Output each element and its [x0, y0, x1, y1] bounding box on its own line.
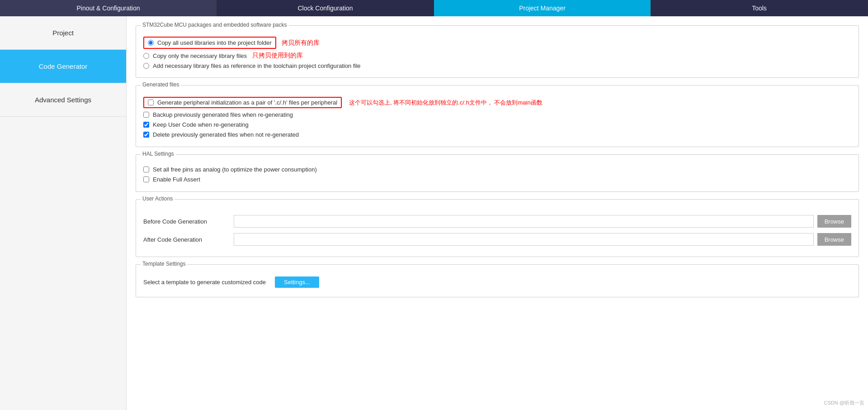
- top-navigation: Pinout & Configuration Clock Configurati…: [0, 0, 868, 16]
- tab-clock[interactable]: Clock Configuration: [217, 0, 434, 16]
- hal-settings-section: HAL Settings Set all free pins as analog…: [136, 154, 859, 192]
- radio-copy-all-label: Copy all used libraries into the project…: [157, 39, 272, 46]
- generated-files-section: Generated files Generate peripheral init…: [136, 85, 859, 147]
- check-full-assert-input[interactable]: [143, 176, 149, 182]
- check-generate-peripheral[interactable]: Generate peripheral initialization as a …: [143, 97, 851, 108]
- before-browse-button[interactable]: Browse: [817, 215, 851, 228]
- tab-tools[interactable]: Tools: [651, 0, 868, 16]
- radio-add-reference[interactable]: Add necessary library files as reference…: [143, 62, 851, 69]
- before-code-input[interactable]: [234, 215, 814, 228]
- sidebar-item-project[interactable]: Project: [0, 16, 126, 50]
- template-row: Select a template to generate customized…: [143, 277, 851, 288]
- sidebar-item-advanced-settings[interactable]: Advanced Settings: [0, 83, 126, 117]
- check-keep-user-code-input[interactable]: [143, 122, 149, 128]
- before-code-label: Before Code Generation: [143, 218, 234, 225]
- check-generate-peripheral-label: Generate peripheral initialization as a …: [157, 99, 337, 106]
- radio-add-reference-label: Add necessary library files as reference…: [153, 62, 361, 69]
- user-actions-title: User Actions: [141, 195, 175, 202]
- after-code-input[interactable]: [234, 233, 814, 246]
- generated-files-title: Generated files: [141, 81, 181, 88]
- radio-copy-all-input[interactable]: [148, 40, 154, 46]
- content-area: STM32Cube MCU packages and embedded soft…: [127, 16, 868, 410]
- radio-add-reference-input[interactable]: [143, 63, 149, 69]
- hal-settings-title: HAL Settings: [141, 151, 176, 157]
- check-full-assert-label: Enable Full Assert: [153, 176, 200, 183]
- template-label: Select a template to generate customized…: [143, 279, 266, 286]
- check-delete-previous[interactable]: Delete previously generated files when n…: [143, 131, 851, 138]
- check-keep-user-code-label: Keep User Code when re-generating: [153, 121, 249, 128]
- check-delete-previous-input[interactable]: [143, 132, 149, 138]
- stm32cube-section: STM32Cube MCU packages and embedded soft…: [136, 25, 859, 78]
- check-analog-pins[interactable]: Set all free pins as analog (to optimize…: [143, 166, 851, 173]
- check-backup-label: Backup previously generated files when r…: [153, 111, 293, 118]
- tab-pinout[interactable]: Pinout & Configuration: [0, 0, 217, 16]
- radio-copy-necessary-label: Copy only the necessary library files: [153, 52, 247, 59]
- template-settings-section: Template Settings Select a template to g…: [136, 264, 859, 297]
- check-backup[interactable]: Backup previously generated files when r…: [143, 111, 851, 118]
- radio-copy-necessary[interactable]: Copy only the necessary library files 只拷…: [143, 52, 851, 60]
- main-layout: Project Code Generator Advanced Settings…: [0, 16, 868, 410]
- before-code-generation-row: Before Code Generation Browse: [143, 215, 851, 228]
- check-analog-pins-label: Set all free pins as analog (to optimize…: [153, 166, 317, 173]
- check-full-assert[interactable]: Enable Full Assert: [143, 176, 851, 183]
- annotation-copy-all: 拷贝所有的库: [282, 39, 320, 47]
- check-keep-user-code[interactable]: Keep User Code when re-generating: [143, 121, 851, 128]
- template-settings-title: Template Settings: [141, 261, 187, 267]
- watermark: CSDN @听我一言: [824, 400, 864, 406]
- tab-project-manager[interactable]: Project Manager: [434, 0, 651, 16]
- after-browse-button[interactable]: Browse: [817, 233, 851, 246]
- sidebar: Project Code Generator Advanced Settings: [0, 16, 127, 410]
- stm32cube-section-title: STM32Cube MCU packages and embedded soft…: [141, 22, 289, 28]
- check-backup-input[interactable]: [143, 112, 149, 118]
- radio-copy-necessary-input[interactable]: [143, 53, 149, 59]
- sidebar-item-code-generator[interactable]: Code Generator: [0, 50, 126, 83]
- radio-copy-all[interactable]: Copy all used libraries into the project…: [143, 37, 851, 49]
- user-actions-section: User Actions Before Code Generation Brow…: [136, 199, 859, 257]
- check-analog-pins-input[interactable]: [143, 167, 149, 172]
- after-code-label: After Code Generation: [143, 236, 234, 243]
- check-delete-previous-label: Delete previously generated files when n…: [153, 131, 299, 138]
- annotation-generate-peripheral: 这个可以勾选上, 将不同初始化放到独立的.c/.h文件中， 不会放到main函数: [349, 99, 542, 107]
- after-code-generation-row: After Code Generation Browse: [143, 233, 851, 246]
- annotation-copy-necessary: 只拷贝使用到的库: [252, 52, 303, 60]
- check-generate-peripheral-input[interactable]: [148, 100, 154, 105]
- settings-button[interactable]: Settings...: [275, 277, 319, 288]
